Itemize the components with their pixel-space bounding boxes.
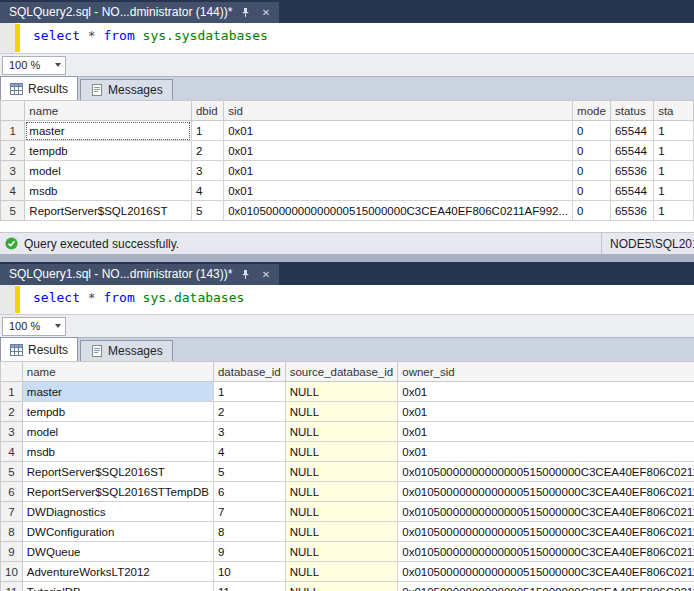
zoom-level-select[interactable]: 100 % [2, 56, 66, 75]
row-header[interactable]: 3 [1, 161, 25, 181]
grid-cell[interactable]: NULL [285, 522, 398, 542]
grid-cell[interactable]: 0 [573, 201, 611, 221]
grid-cell[interactable]: NULL [285, 442, 398, 462]
grid-cell[interactable]: 65536 [610, 161, 653, 181]
code-editor-top[interactable]: select * from sys.sysdatabases [0, 23, 694, 53]
grid-cell[interactable]: msdb [22, 442, 213, 462]
grid-cell[interactable]: 0x01050000000000000515000000C3CEA40EF806… [398, 502, 694, 522]
code-editor-bottom[interactable]: select * from sys.databases [0, 285, 694, 314]
document-tab-sqlquery2[interactable]: SQLQuery2.sql - NO...dministrator (144))… [0, 2, 279, 23]
pin-icon[interactable] [239, 268, 252, 281]
column-header[interactable]: mode [573, 101, 611, 121]
grid-cell[interactable]: 0x01 [398, 442, 694, 462]
row-header[interactable]: 9 [1, 542, 23, 562]
tab-results[interactable]: Results [0, 337, 78, 361]
tab-messages[interactable]: Messages [80, 340, 173, 361]
grid-cell[interactable]: 5 [191, 201, 223, 221]
row-header[interactable]: 5 [1, 462, 23, 482]
grid-cell[interactable]: 0x01050000000000000515000000C3CEA40EF806… [398, 562, 694, 582]
row-header[interactable]: 8 [1, 522, 23, 542]
grid-cell[interactable]: 0x01 [224, 181, 573, 201]
grid-cell[interactable]: 0 [573, 181, 611, 201]
column-header[interactable]: sid [224, 101, 573, 121]
grid-cell[interactable]: 0x01 [398, 382, 694, 402]
grid-cell[interactable]: 0 [573, 141, 611, 161]
close-icon[interactable]: ✕ [259, 6, 272, 19]
grid-cell[interactable]: 0 [573, 161, 611, 181]
column-header[interactable]: dbid [191, 101, 223, 121]
grid-cell[interactable]: 0x01 [398, 402, 694, 422]
grid-cell[interactable]: 1 [654, 161, 694, 181]
row-header[interactable]: 11 [1, 582, 23, 591]
grid-cell[interactable]: NULL [285, 562, 398, 582]
grid-corner[interactable] [1, 362, 23, 382]
grid-cell[interactable]: 4 [213, 442, 285, 462]
grid-cell[interactable]: 6 [213, 482, 285, 502]
grid-cell[interactable]: 0x01 [224, 141, 573, 161]
grid-cell[interactable]: msdb [25, 181, 192, 201]
column-header[interactable]: name [22, 362, 213, 382]
grid-cell[interactable]: tempdb [25, 141, 192, 161]
grid-cell[interactable]: 1 [191, 121, 223, 141]
grid-cell[interactable]: 0x01050000000000000515000000C3CEA40EF806… [398, 542, 694, 562]
tab-results[interactable]: Results [0, 76, 78, 100]
column-header[interactable]: sta [654, 101, 694, 121]
row-header[interactable]: 1 [1, 121, 25, 141]
grid-cell[interactable]: NULL [285, 462, 398, 482]
grid-cell[interactable]: 7 [213, 502, 285, 522]
grid-cell[interactable]: 0x01050000000000000515000000C3CEA40EF806… [398, 462, 694, 482]
column-header[interactable]: source_database_id [285, 362, 398, 382]
column-header[interactable]: status [610, 101, 653, 121]
grid-cell[interactable]: master [22, 382, 213, 402]
grid-cell[interactable]: model [22, 422, 213, 442]
row-header[interactable]: 4 [1, 442, 23, 462]
row-header[interactable]: 2 [1, 402, 23, 422]
grid-cell[interactable]: AdventureWorksLT2012 [22, 562, 213, 582]
row-header[interactable]: 5 [1, 201, 25, 221]
grid-cell[interactable]: NULL [285, 582, 398, 591]
row-header[interactable]: 2 [1, 141, 25, 161]
column-header[interactable]: owner_sid [398, 362, 694, 382]
zoom-level-select[interactable]: 100 % [2, 317, 66, 336]
grid-cell[interactable]: DWConfiguration [22, 522, 213, 542]
grid-cell[interactable]: 11 [213, 582, 285, 591]
document-tab-sqlquery1[interactable]: SQLQuery1.sql - NO...dministrator (143))… [0, 264, 279, 285]
grid-cell[interactable]: 2 [213, 402, 285, 422]
column-header[interactable]: database_id [213, 362, 285, 382]
pin-icon[interactable] [239, 6, 252, 19]
grid-cell[interactable]: 0x01050000000000000515000000C3CEA40EF806… [398, 582, 694, 591]
grid-cell[interactable]: 10 [213, 562, 285, 582]
grid-cell[interactable]: DWDiagnostics [22, 502, 213, 522]
grid-cell[interactable]: 65544 [610, 141, 653, 161]
grid-cell[interactable]: NULL [285, 502, 398, 522]
grid-cell[interactable]: NULL [285, 482, 398, 502]
grid-cell[interactable]: NULL [285, 542, 398, 562]
grid-cell[interactable]: DWQueue [22, 542, 213, 562]
row-header[interactable]: 6 [1, 482, 23, 502]
grid-cell[interactable]: model [25, 161, 192, 181]
grid-cell[interactable]: 0x01 [224, 121, 573, 141]
grid-cell[interactable]: 1 [654, 141, 694, 161]
grid-cell[interactable]: NULL [285, 382, 398, 402]
grid-cell[interactable]: master [25, 121, 192, 141]
row-header[interactable]: 4 [1, 181, 25, 201]
grid-cell[interactable]: 0 [573, 121, 611, 141]
grid-cell[interactable]: 0x01050000000000000515000000C3CEA40EF806… [398, 482, 694, 502]
grid-cell[interactable]: 2 [191, 141, 223, 161]
grid-cell[interactable]: 4 [191, 181, 223, 201]
grid-cell[interactable]: 65544 [610, 121, 653, 141]
panel-splitter[interactable] [0, 254, 694, 262]
row-header[interactable]: 7 [1, 502, 23, 522]
grid-cell[interactable]: 1 [213, 382, 285, 402]
grid-cell[interactable]: 65536 [610, 201, 653, 221]
grid-cell[interactable]: 3 [213, 422, 285, 442]
grid-cell[interactable]: tempdb [22, 402, 213, 422]
grid-cell[interactable]: ReportServer$SQL2016ST [25, 201, 192, 221]
row-header[interactable]: 1 [1, 382, 23, 402]
grid-cell[interactable]: NULL [285, 402, 398, 422]
grid-cell[interactable]: TutorialDB [22, 582, 213, 591]
row-header[interactable]: 3 [1, 422, 23, 442]
grid-cell[interactable]: 1 [654, 121, 694, 141]
grid-cell[interactable]: ReportServer$SQL2016STTempDB [22, 482, 213, 502]
grid-cell[interactable]: 0x01 [224, 161, 573, 181]
